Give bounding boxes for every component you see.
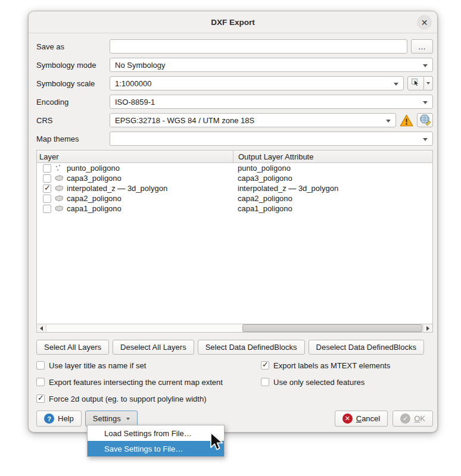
layer-attribute[interactable]: capa1_poligono [233,204,432,213]
layer-name: interpolated_z — 3d_polygon [67,184,167,193]
settings-menu: Load Settings from File… Save Settings t… [87,425,225,457]
option-use-layer-title[interactable]: Use layer title as name if set [36,361,261,370]
layer-name: capa1_poligono [67,204,122,213]
encoding-label: Encoding [36,98,110,107]
option-only-selected[interactable]: Use only selected features [261,377,365,387]
globe-icon [419,114,431,127]
use-layer-title-label: Use layer title as name if set [49,361,146,370]
encoding-value: ISO-8859-1 [115,98,155,107]
crs-label: CRS [36,116,110,125]
layer-checkbox[interactable] [43,205,51,213]
mouse-cursor-icon [208,432,226,455]
chevron-down-icon [386,120,391,123]
symbology-scale-select[interactable]: 1:1000000 [110,76,404,90]
chevron-down-icon [394,83,398,86]
encoding-row: Encoding ISO-8859-1 [36,95,433,109]
settings-button-label: Settings [93,414,121,423]
polygon-layer-icon [54,205,64,212]
menu-item-save-settings[interactable]: Save Settings to File… [88,441,224,456]
window-title: DXF Export [211,18,255,27]
symbology-scale-row: Symbology scale 1:1000000 [36,76,433,90]
layer-attribute[interactable]: capa2_poligono [233,194,432,203]
table-body: punto_poligono punto_poligono capa3_poli… [37,163,432,324]
select-all-layers-button[interactable]: Select All Layers [36,340,109,355]
chevron-down-icon [423,64,428,67]
layer-checkbox[interactable] [43,195,51,203]
help-button[interactable]: ? Help [36,411,82,427]
polygon-layer-icon [54,174,64,182]
menu-item-load-settings[interactable]: Load Settings from File… [88,425,224,441]
layer-checkbox[interactable] [43,174,51,183]
table-row[interactable]: punto_poligono punto_poligono [37,163,432,173]
dxf-export-dialog: DXF Export ✕ Save as … Symbology mode No… [28,11,438,433]
export-mtext-label: Export labels as MTEXT elements [273,361,390,370]
scrollbar-track[interactable] [46,324,423,332]
column-header-layer[interactable]: Layer [37,151,233,162]
browse-button[interactable]: … [411,39,433,54]
column-header-output-attribute[interactable]: Output Layer Attribute [233,151,432,162]
selection-buttons-row: Select All Layers Deselect All Layers Se… [36,340,433,355]
symbology-scale-value: 1:1000000 [115,79,151,88]
symbology-mode-label: Symbology mode [36,61,110,70]
layer-name: capa2_poligono [67,194,122,203]
scrollbar-thumb[interactable] [242,324,422,332]
help-button-label: Help [58,414,74,423]
map-themes-select[interactable] [110,131,433,146]
table-row[interactable]: capa2_poligono capa2_poligono [37,193,432,203]
deselect-all-layers-button[interactable]: Deselect All Layers [113,340,194,355]
option-force-2d[interactable]: Force 2d output (eg. to support polyline… [36,394,206,403]
polygon-layer-icon [54,195,64,202]
table-header: Layer Output Layer Attribute [37,151,432,163]
crs-select[interactable]: EPSG:32718 - WGS 84 / UTM zone 18S [110,113,396,127]
only-selected-checkbox[interactable] [261,378,269,386]
force-2d-label: Force 2d output (eg. to support polyline… [49,394,206,403]
help-icon: ? [44,414,54,424]
table-row[interactable]: capa3_poligono capa3_poligono [37,173,432,183]
select-crs-button[interactable] [417,113,433,127]
table-row[interactable]: capa1_poligono capa1_poligono [37,203,432,214]
crs-row: CRS EPSG:32718 - WGS 84 / UTM zone 18S [36,113,433,127]
export-mtext-checkbox[interactable] [261,361,269,369]
option-intersecting-extent[interactable]: Export features intersecting the current… [36,377,261,387]
force-2d-checkbox[interactable] [36,394,45,403]
table-row[interactable]: interpolated_z — 3d_polygon interpolated… [37,183,432,193]
option-export-mtext[interactable]: Export labels as MTEXT elements [261,361,390,370]
scale-picker-split-button [407,76,433,90]
select-data-defined-blocks-button[interactable]: Select Data DefinedBlocks [198,340,305,355]
titlebar[interactable]: DXF Export ✕ [29,11,437,33]
chevron-down-icon [423,138,428,141]
settings-button[interactable]: Settings [85,411,138,427]
symbology-scale-label: Symbology scale [36,79,110,88]
scale-picker-dropdown-button[interactable] [424,76,433,90]
chevron-down-icon [126,418,130,420]
scroll-right-arrow-icon[interactable] [423,324,432,332]
chevron-down-icon [426,82,430,84]
ok-icon: ✓ [400,414,410,424]
footer-button-row: ? Help Settings ✕ Cancel ✓ OK [36,411,433,427]
encoding-select[interactable]: ISO-8859-1 [110,95,433,109]
export-form: Save as … Symbology mode No Symbology Sy… [29,33,437,146]
points-layer-icon [54,164,64,172]
table-horizontal-scrollbar[interactable] [37,324,432,332]
intersecting-extent-checkbox[interactable] [36,378,45,386]
cancel-button-label: Cancel [356,414,380,423]
save-as-row: Save as … [36,39,433,54]
save-as-input[interactable] [110,39,407,54]
layer-checkbox[interactable] [43,164,51,173]
layer-attribute[interactable]: capa3_poligono [233,174,432,183]
map-themes-row: Map themes [36,131,433,146]
layer-attribute[interactable]: punto_poligono [233,164,432,173]
scroll-left-arrow-icon[interactable] [37,324,46,332]
layer-attribute[interactable]: interpolated_z — 3d_polygon [233,184,432,193]
close-icon[interactable]: ✕ [417,15,432,30]
use-layer-title-checkbox[interactable] [36,361,45,369]
ok-button[interactable]: ✓ OK [393,411,433,427]
layer-checkbox[interactable] [43,184,51,193]
set-scale-from-canvas-button[interactable] [407,76,424,90]
map-themes-label: Map themes [36,134,110,143]
deselect-data-defined-blocks-button[interactable]: Deselect Data DefinedBlocks [309,340,424,355]
symbology-mode-select[interactable]: No Symbology [110,58,433,72]
cancel-button[interactable]: ✕ Cancel [335,411,388,427]
crs-warning-icon [400,114,413,127]
intersecting-extent-label: Export features intersecting the current… [49,378,223,387]
